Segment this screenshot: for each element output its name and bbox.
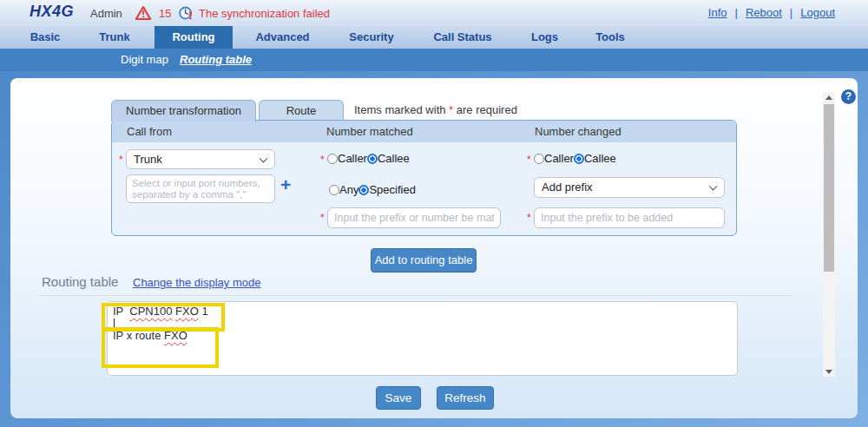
required-note-pre: Items marked with xyxy=(354,103,449,116)
scrollbar-thumb[interactable] xyxy=(824,104,834,272)
specified-radio-label[interactable]: Specified xyxy=(369,183,415,196)
add-to-routing-table-button[interactable]: Add to routing table xyxy=(371,248,477,273)
add-port-icon[interactable]: + xyxy=(280,174,291,195)
caller-radio-label[interactable]: Caller xyxy=(544,152,574,165)
subnav-item-digit-map[interactable]: Digit map xyxy=(121,49,168,71)
change-action-selected-value: Add prefix xyxy=(542,178,724,197)
match-mode-radio-group: AnySpecified xyxy=(329,183,416,196)
section-divider xyxy=(39,295,792,296)
call-from-selected-value: Trunk xyxy=(134,150,274,168)
logged-in-user: Admin xyxy=(90,7,122,20)
callee-radio-label[interactable]: Callee xyxy=(584,152,616,165)
refresh-button[interactable]: Refresh xyxy=(437,386,494,410)
subnav-item-routing-table[interactable]: Routing table xyxy=(180,49,252,71)
changed-party-radio-group: CallerCallee xyxy=(534,152,616,165)
content-panel: ? Number transformation Route Items mark… xyxy=(10,78,858,418)
brand-logo: HX4G xyxy=(30,3,74,21)
required-star: * xyxy=(527,212,531,224)
required-star: * xyxy=(527,154,531,166)
change-display-mode-link[interactable]: Change the display mode xyxy=(133,276,260,289)
nav-tab-logs[interactable]: Logs xyxy=(521,26,569,49)
scroll-down-button[interactable] xyxy=(823,366,835,377)
triangle-up-icon xyxy=(825,95,832,100)
warning-triangle-icon xyxy=(135,5,152,21)
port-numbers-input[interactable]: Select or input port numbers, separated … xyxy=(126,174,275,203)
save-button[interactable]: Save xyxy=(376,386,421,410)
routing-table-heading: Routing table xyxy=(42,274,118,289)
caller-radio[interactable] xyxy=(327,154,338,164)
required-note: Items marked with * are required xyxy=(354,100,517,120)
triangle-down-icon xyxy=(825,370,832,374)
sync-failed-clock-icon xyxy=(178,5,194,21)
highlight-annotation-entry-2 xyxy=(102,327,219,368)
required-star: * xyxy=(119,154,123,166)
alert-count: 15 xyxy=(159,7,171,20)
session-links: Info | Reboot | Logout xyxy=(708,6,835,19)
main-nav: Basic Trunk Routing Advanced Security Ca… xyxy=(0,26,868,49)
link-separator: | xyxy=(735,6,738,19)
link-separator: | xyxy=(790,6,792,19)
nav-tab-tools[interactable]: Tools xyxy=(583,26,637,49)
callee-radio[interactable] xyxy=(367,154,378,164)
nav-tab-routing[interactable]: Routing xyxy=(155,26,233,49)
help-icon[interactable]: ? xyxy=(841,89,856,104)
nav-tab-advanced[interactable]: Advanced xyxy=(246,26,319,49)
info-link[interactable]: Info xyxy=(708,6,727,19)
page-background: ? Number transformation Route Items mark… xyxy=(0,71,868,427)
caller-radio[interactable] xyxy=(534,154,544,164)
required-star: * xyxy=(320,212,325,224)
reboot-link[interactable]: Reboot xyxy=(746,6,782,19)
nav-tab-trunk[interactable]: Trunk xyxy=(85,26,144,49)
column-number-matched: Number matched xyxy=(326,121,413,142)
required-star: * xyxy=(320,154,325,166)
specified-radio[interactable] xyxy=(358,185,369,195)
sync-failed-message: The synchronization failed xyxy=(199,7,330,20)
callee-radio-label[interactable]: Callee xyxy=(378,152,410,165)
logout-link[interactable]: Logout xyxy=(800,6,835,19)
column-number-changed: Number changed xyxy=(535,121,621,142)
any-radio-label[interactable]: Any xyxy=(339,183,358,196)
tab-route[interactable]: Route xyxy=(259,100,344,121)
form-header-row: Call from Number matched Number changed xyxy=(112,121,736,142)
column-call-from: Call from xyxy=(127,121,172,142)
transformation-form: Call from Number matched Number changed … xyxy=(111,120,737,236)
any-radio[interactable] xyxy=(329,185,339,195)
matched-number-input[interactable] xyxy=(327,207,501,228)
call-from-select[interactable]: Trunk xyxy=(126,149,275,169)
required-note-post: are required xyxy=(453,103,517,116)
tab-number-transformation[interactable]: Number transformation xyxy=(111,100,256,122)
caller-radio-label[interactable]: Caller xyxy=(338,152,367,165)
nav-tab-security[interactable]: Security xyxy=(337,26,406,49)
nav-tab-basic[interactable]: Basic xyxy=(16,26,75,49)
nav-tab-call-status[interactable]: Call Status xyxy=(423,26,503,49)
change-action-select[interactable]: Add prefix xyxy=(534,177,725,198)
sub-nav: Digit map Routing table xyxy=(0,49,868,71)
top-bar: HX4G Admin 15 The synchronization failed… xyxy=(0,0,868,26)
content-scrollbar[interactable] xyxy=(823,92,835,377)
callee-radio[interactable] xyxy=(574,154,584,164)
prefix-to-add-input[interactable] xyxy=(534,207,725,228)
matched-party-radio-group: CallerCallee xyxy=(327,152,410,165)
scroll-up-button[interactable] xyxy=(823,92,835,102)
